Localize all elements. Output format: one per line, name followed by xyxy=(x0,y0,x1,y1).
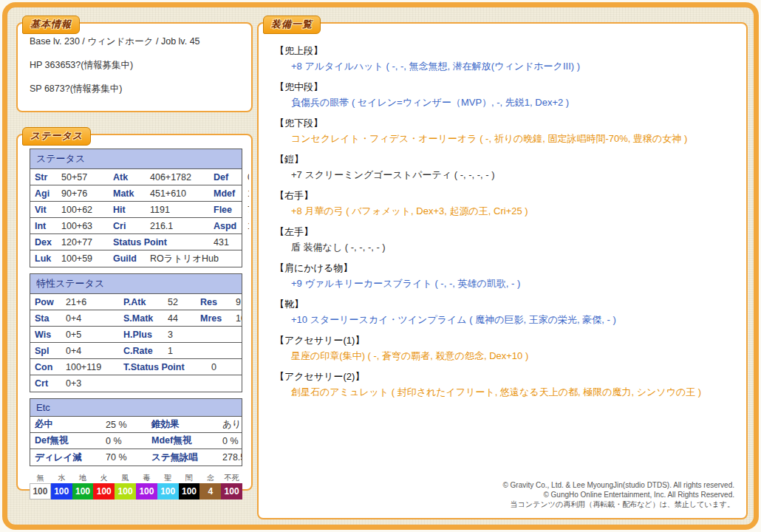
equip-item-link[interactable]: +10 スターリースカイ・ツインプライム ( 魔神の巨影, 王家の栄光, 豪傑,… xyxy=(291,313,730,327)
stat-label: Flee xyxy=(209,203,243,216)
element-resist-cell: 100 xyxy=(136,483,157,499)
status-body: ステータスStr50+57Atk406+1782Def0+0Agi90+76Ma… xyxy=(18,135,251,499)
copyright-footer: © Gravity Co., Ltd. & Lee MyoungJin(stud… xyxy=(502,480,734,509)
stat-label: Agi xyxy=(30,187,57,200)
equip-item-link[interactable]: +9 ヴァルキリーカースブライト ( -, -, 英雄の凱歌, - ) xyxy=(291,277,730,290)
stat-label: Sta xyxy=(30,312,61,325)
equipment-body: 【兜上段】+8 アルタイルハット ( -, -, 無念無想, 潜在解放(ウィンド… xyxy=(259,24,746,518)
stat-label: Dex xyxy=(30,236,57,249)
stat-value: あり xyxy=(218,417,242,432)
stat-label: Matk xyxy=(109,187,146,200)
element-resist-cell: 100 xyxy=(157,483,179,499)
stat-label: ステ無詠唱 xyxy=(147,450,218,466)
element-header: 毒 xyxy=(136,472,157,483)
copyright-line: © Gravity Co., Ltd. & Lee MyoungJin(stud… xyxy=(502,480,734,490)
stat-value: 0+3 xyxy=(61,377,242,390)
stat-value: 701.5 xyxy=(243,203,249,216)
stat-label: Def無視 xyxy=(30,433,101,449)
element-resist-cell: 100 xyxy=(93,483,115,499)
element-header: 地 xyxy=(72,472,94,483)
right-column: 装備一覧 【兜上段】+8 アルタイルハット ( -, -, 無念無想, 潜在解放… xyxy=(257,22,748,519)
equip-item-link[interactable]: 星座の印章(集中) ( -, 蒼穹の覇者, 殺意の怨念, Dex+10 ) xyxy=(291,349,730,363)
stat-value: 100+119 xyxy=(61,361,119,374)
stat-label: Status Point xyxy=(109,236,209,249)
stat-label: Hit xyxy=(109,203,146,216)
stat-label: Con xyxy=(30,361,61,374)
stat-value: 0+5 xyxy=(61,328,119,341)
stat-value: 44 xyxy=(163,312,196,325)
element-resist-cell: 4 xyxy=(199,483,221,499)
element-resist-cell: 100 xyxy=(115,483,136,499)
stat-label: 錐効果 xyxy=(147,417,218,432)
stat-value: ROラトリオHub xyxy=(146,251,243,267)
stat-label: Int xyxy=(30,219,57,233)
equip-slot-label: 【兜上段】 xyxy=(275,44,730,58)
equip-item-link: 盾 装備なし ( -, -, -, - ) xyxy=(291,241,730,254)
stat-value: 25 % xyxy=(101,418,147,432)
status-tables: ステータスStr50+57Atk406+1782Def0+0Agi90+76Ma… xyxy=(30,149,241,466)
stat-label: Aspd xyxy=(209,219,243,233)
element-header: 聖 xyxy=(157,472,179,483)
equip-item-link[interactable]: 負傷兵の眼帯 ( セイレン=ウィンザー（MVP）, -, 先鋭1, Dex+2 … xyxy=(291,96,730,109)
table-row: 必中25 %錐効果あり xyxy=(30,417,242,433)
stat-value: 0 % xyxy=(101,434,147,448)
stat-value: 0 xyxy=(196,361,242,374)
stat-value: 0+4 xyxy=(61,344,119,358)
hp-line: HP 363653?(情報募集中) xyxy=(30,59,241,72)
equip-item-link[interactable]: +8 アルタイルハット ( -, -, 無念無想, 潜在解放(ウィンドホークII… xyxy=(291,60,730,73)
stat-label: ディレイ減 xyxy=(30,450,101,466)
stat-value-main: 278.5 xyxy=(222,452,242,463)
stat-label: Spl xyxy=(30,344,61,358)
table-row: Agi90+76Matk451+610Mdef1+0 xyxy=(30,185,242,202)
stat-value: 10 xyxy=(231,312,242,325)
element-header: 水 xyxy=(51,472,72,483)
element-header: 風 xyxy=(115,472,136,483)
table-row: ディレイ減70 %ステ無詠唱278.5/ 265 xyxy=(30,449,242,466)
element-resist-cell: 100 xyxy=(30,483,51,499)
equip-slot-label: 【アクセサリー(2)】 xyxy=(275,370,730,383)
stat-value: 431 xyxy=(209,236,243,249)
equip-item-link: +7 スクリーミングゴーストパーティ ( -, -, -, - ) xyxy=(291,168,730,182)
table-header: 特性ステータス xyxy=(30,274,242,294)
stat-value: 1 xyxy=(163,344,242,358)
element-header: 念 xyxy=(199,472,221,483)
stat-label: 必中 xyxy=(30,417,101,432)
equip-slot-label: 【右手】 xyxy=(275,189,730,202)
stat-label: P.Atk xyxy=(119,296,163,309)
equip-item-link[interactable]: 創星石のアミュレット ( 封印されたイフリート, 悠遠なる天上の都, 極限の魔力… xyxy=(291,386,730,399)
stat-value: 193 xyxy=(243,219,249,233)
equip-slot-label: 【肩にかける物】 xyxy=(275,262,730,275)
table-row: Vit100+62Hit1191Flee701.5 xyxy=(30,202,242,218)
stat-value: 0+0 xyxy=(243,171,249,184)
stat-label: Luk xyxy=(30,252,57,265)
stat-value: 0+4 xyxy=(61,312,119,325)
stat-label: Vit xyxy=(30,203,57,216)
stat-label: Mres xyxy=(196,312,231,325)
etc-table: Etc必中25 %錐効果ありDef無視0 %Mdef無視0 %ディレイ減70 %… xyxy=(30,398,242,466)
left-column: 基本情報 Base lv. 230 / ウィンドホーク / Job lv. 45… xyxy=(16,22,253,491)
stat-label: Guild xyxy=(109,252,146,265)
stat-value: 100+59 xyxy=(57,252,109,265)
stat-value: 406+1782 xyxy=(146,171,209,184)
element-headers: 無水地火風毒聖闇念不死 xyxy=(30,472,242,483)
stat-label: Cri xyxy=(109,219,146,233)
stat-value: 120+77 xyxy=(57,236,109,249)
equip-item-link[interactable]: +8 月華の弓 ( バフォメット, Dex+3, 起源の王, Cri+25 ) xyxy=(291,205,730,218)
equip-item-link[interactable]: コンセクレイト・フィデス・オーリーオラ ( -, 祈りの晩鐘, 固定詠唱時間-7… xyxy=(291,132,730,146)
table-row: Str50+57Atk406+1782Def0+0 xyxy=(30,169,242,185)
basic-info-body: Base lv. 230 / ウィンドホーク / Job lv. 45 HP 3… xyxy=(18,24,251,95)
stat-label: T.Status Point xyxy=(119,361,196,374)
copyright-line: © GungHo Online Entertainment, Inc. All … xyxy=(502,490,734,499)
stat-value: 216.1 xyxy=(146,219,209,233)
element-resistance-block: 無水地火風毒聖闇念不死 1001001001001001001001004100 xyxy=(30,472,242,499)
equip-slot-label: 【アクセサリー(1)】 xyxy=(275,334,730,347)
equipment-tab: 装備一覧 xyxy=(263,16,321,34)
stat-label: Mdef無視 xyxy=(147,433,218,449)
stat-label: Atk xyxy=(109,171,146,184)
table-row: Crt0+3 xyxy=(30,375,242,392)
copyright-line: 当コンテンツの再利用（再転載・配布など）は、禁止しています。 xyxy=(502,499,734,509)
stat-value: 100+62 xyxy=(57,203,109,216)
base-level-line: Base lv. 230 / ウィンドホーク / Job lv. 45 xyxy=(30,35,241,48)
equipment-panel: 装備一覧 【兜上段】+8 アルタイルハット ( -, -, 無念無想, 潜在解放… xyxy=(257,22,748,519)
stat-label: Crt xyxy=(30,377,61,390)
